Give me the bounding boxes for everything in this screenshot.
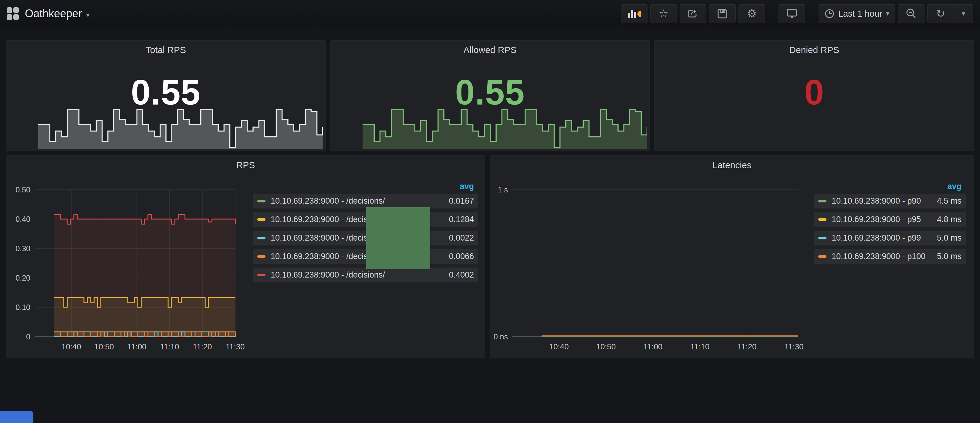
x-axis-tick-label: 10:40 xyxy=(61,342,81,351)
latencies-plot-area[interactable]: 0 ns1 s10:4010:5011:0011:1011:2011:30 xyxy=(493,170,811,358)
series-color-swatch xyxy=(818,200,826,203)
legend-series-row[interactable]: 10.10.69.238:9000 - /decisions/0.1284 xyxy=(253,212,478,227)
series-color-swatch xyxy=(818,237,826,239)
series-avg-value: 0.1284 xyxy=(449,215,474,224)
share-icon xyxy=(687,8,699,19)
legend-series-row[interactable]: 10.10.69.238:9000 - /decisions/0.0022 xyxy=(253,231,478,246)
zoom-out-time-button[interactable] xyxy=(898,4,924,23)
panel-title[interactable]: Total RPS xyxy=(6,45,325,55)
series-avg-value: 5.0 ms xyxy=(937,252,961,261)
refresh-interval-dropdown[interactable]: ▾ xyxy=(954,4,973,23)
x-axis-tick-label: 11:30 xyxy=(226,342,245,351)
logo-square xyxy=(13,7,19,13)
latencies-legend: avg10.10.69.238:9000 - p904.5 ms10.10.69… xyxy=(814,182,966,268)
zoom-out-icon xyxy=(905,8,917,19)
save-dashboard-button[interactable] xyxy=(709,4,736,23)
series-avg-value: 0.0022 xyxy=(449,233,474,243)
add-panel-button[interactable] xyxy=(621,4,648,23)
stat-value: 0 xyxy=(655,72,974,113)
y-axis-tick-label: 0.40 xyxy=(16,215,30,223)
refresh-button-group: ↻ ▾ xyxy=(927,4,973,23)
panel-title[interactable]: Latencies xyxy=(490,160,974,170)
x-axis-tick-label: 11:00 xyxy=(127,342,146,351)
legend-avg-header: avg xyxy=(814,182,966,193)
x-axis-tick-label: 10:50 xyxy=(596,342,616,351)
series-name: 10.10.69.238:9000 - /decisions/ xyxy=(270,270,449,280)
panel-denied-rps: Denied RPS 0 xyxy=(654,40,974,151)
y-axis-tick-label: 0.10 xyxy=(16,303,30,312)
allowed-rps-sparkline xyxy=(363,108,647,149)
clock-icon xyxy=(824,8,835,19)
x-axis-tick-label: 11:20 xyxy=(737,342,756,351)
star-dashboard-button[interactable]: ☆ xyxy=(650,4,677,23)
x-axis-tick-label: 11:00 xyxy=(643,342,662,351)
star-icon: ☆ xyxy=(659,8,668,19)
x-axis-tick-label: 11:10 xyxy=(690,342,710,351)
logo-square xyxy=(7,14,12,20)
legend-series-row[interactable]: 10.10.69.238:9000 - p904.5 ms xyxy=(814,193,966,209)
time-range-label: Last 1 hour xyxy=(838,9,882,19)
panel-latencies-graph: Latencies 0 ns1 s10:4010:5011:0011:1011:… xyxy=(490,155,974,358)
x-axis-tick-label: 10:40 xyxy=(549,342,569,351)
time-range-picker[interactable]: Last 1 hour ▾ xyxy=(819,4,895,23)
y-axis-tick-label: 0.20 xyxy=(16,274,30,282)
dashboard-title-dropdown[interactable]: Oathkeeper ▾ xyxy=(25,7,89,20)
y-axis-tick-label: 0.30 xyxy=(16,244,30,253)
gear-icon: ⚙ xyxy=(747,8,757,19)
panel-title[interactable]: Allowed RPS xyxy=(331,45,649,55)
chevron-down-icon: ▾ xyxy=(962,10,965,17)
series-avg-value: 0.0066 xyxy=(449,252,474,261)
panel-title[interactable]: Denied RPS xyxy=(655,45,974,55)
series-name: 10.10.69.238:9000 - p95 xyxy=(832,215,937,224)
series-avg-value: 0.4002 xyxy=(449,270,474,280)
chevron-down-icon: ▾ xyxy=(86,11,89,19)
add-panel-icon xyxy=(627,8,641,20)
series-color-swatch xyxy=(818,255,826,258)
legend-series-row[interactable]: 10.10.69.238:9000 - p954.8 ms xyxy=(814,212,966,227)
x-axis-tick-label: 11:20 xyxy=(192,342,212,351)
series-color-swatch xyxy=(257,255,266,258)
legend-series-row[interactable]: 10.10.69.238:9000 - p1005.0 ms xyxy=(814,249,966,264)
x-axis-tick-label: 11:10 xyxy=(160,342,179,351)
x-axis-tick-label: 11:30 xyxy=(784,342,803,351)
rps-legend: avg10.10.69.238:9000 - /decisions/0.0167… xyxy=(253,182,478,286)
chevron-down-icon: ▾ xyxy=(886,10,889,17)
stat-value: 0.55 xyxy=(6,72,325,113)
bottom-left-blue-accent[interactable] xyxy=(0,411,33,423)
refresh-icon: ↻ xyxy=(936,8,945,19)
dashboard-settings-button[interactable]: ⚙ xyxy=(738,4,765,23)
legend-series-row[interactable]: 10.10.69.238:9000 - /decisions/0.0167 xyxy=(253,193,478,209)
series-color-swatch xyxy=(818,218,826,221)
share-dashboard-button[interactable] xyxy=(679,4,706,23)
panel-title[interactable]: RPS xyxy=(6,160,485,170)
graph-panels-row: RPS 00.100.200.300.400.5010:4010:5011:00… xyxy=(6,155,974,358)
refresh-dashboard-button[interactable]: ↻ xyxy=(927,4,954,23)
series-name: 10.10.69.238:9000 - /decisions/ xyxy=(270,196,449,206)
cycle-view-mode-button[interactable] xyxy=(778,4,805,23)
legend-series-row[interactable]: 10.10.69.238:9000 - /decisions/0.0066 xyxy=(253,249,478,264)
series-name: 10.10.69.238:9000 - p100 xyxy=(832,252,937,261)
series-color-swatch xyxy=(257,237,266,239)
logo-square xyxy=(7,7,12,13)
y-axis-tick-label: 0 xyxy=(26,333,30,341)
legend-series-row[interactable]: 10.10.69.238:9000 - p995.0 ms xyxy=(814,231,966,246)
grafana-dashboard-grid-logo[interactable] xyxy=(7,7,19,20)
series-color-swatch xyxy=(257,218,266,221)
series-avg-value: 4.5 ms xyxy=(937,196,961,206)
series-name: 10.10.69.238:9000 - p90 xyxy=(832,196,937,206)
total-rps-sparkline xyxy=(38,108,323,149)
dashboard-title: Oathkeeper xyxy=(25,7,82,20)
panel-total-rps: Total RPS 0.55 xyxy=(6,40,326,151)
legend-series-row[interactable]: 10.10.69.238:9000 - /decisions/0.4002 xyxy=(253,268,478,282)
x-axis-tick-label: 10:50 xyxy=(94,342,114,351)
y-axis-tick-label: 1 s xyxy=(498,185,508,194)
series-avg-value: 0.0167 xyxy=(449,196,474,206)
panel-allowed-rps: Allowed RPS 0.55 xyxy=(331,40,650,151)
monitor-icon xyxy=(786,8,798,19)
logo-square xyxy=(13,14,19,20)
stat-panels-row: Total RPS 0.55 Allowed RPS 0.55 Denied R… xyxy=(6,40,974,151)
series-avg-value: 5.0 ms xyxy=(937,233,961,243)
navbar: Oathkeeper ▾ ☆ xyxy=(0,0,980,27)
series-color-swatch xyxy=(257,274,266,276)
green-overlay-box xyxy=(366,207,430,269)
